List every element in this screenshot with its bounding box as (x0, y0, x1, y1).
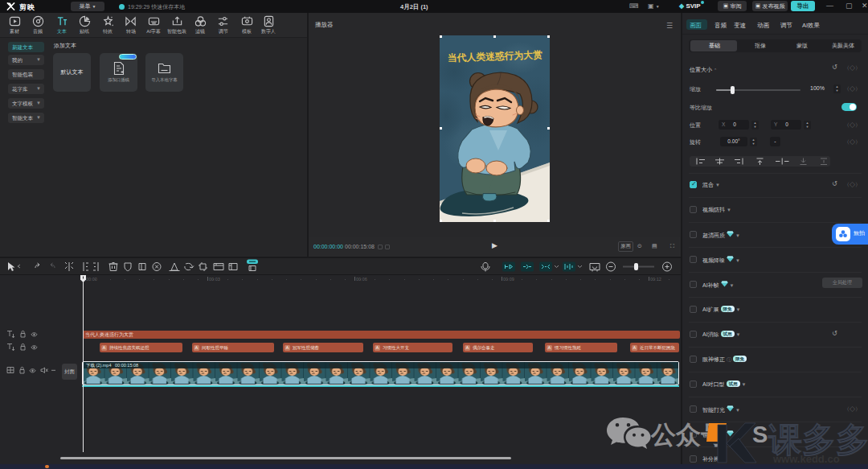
svg-text:下载 (2).mp4 00:00:15:08: 下载 (2).mp4 00:00:15:08 (86, 363, 138, 368)
